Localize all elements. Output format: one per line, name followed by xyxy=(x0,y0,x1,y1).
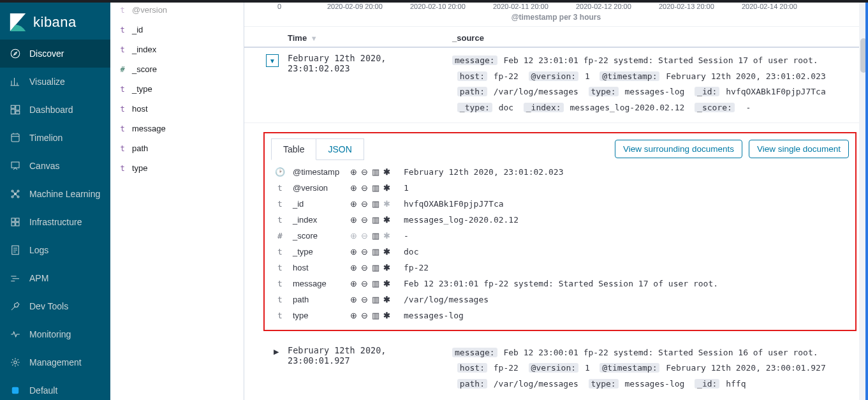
toggle-column-icon[interactable]: ▥ xyxy=(372,167,379,177)
filter-for-value-icon[interactable]: ⊕ xyxy=(350,199,357,209)
field-row[interactable]: # _score xyxy=(110,59,244,79)
tab-table[interactable]: Table xyxy=(271,138,316,160)
filter-out-value-icon[interactable]: ⊖ xyxy=(361,167,368,177)
filter-for-value-icon[interactable]: ⊕ xyxy=(350,311,357,320)
filter-for-value-icon[interactable]: ⊕ xyxy=(350,215,357,225)
field-row[interactable]: t type xyxy=(110,158,244,178)
filter-exists-icon[interactable]: ✱ xyxy=(383,231,390,241)
nav-monitoring[interactable]: Monitoring xyxy=(0,320,110,348)
field-type-number-icon: # xyxy=(118,65,127,74)
nav-label: Default xyxy=(29,385,57,396)
kibana-logo-icon xyxy=(9,13,27,32)
nav-label: Management xyxy=(29,357,82,367)
filter-for-value-icon[interactable]: ⊕ xyxy=(350,263,357,272)
filter-exists-icon[interactable]: ✱ xyxy=(383,311,390,320)
nav-visualize[interactable]: Visualize xyxy=(0,68,110,96)
filter-for-value-icon[interactable]: ⊕ xyxy=(350,295,357,304)
nav-logs[interactable]: Logs xyxy=(0,236,110,264)
kv-key: _index: xyxy=(524,103,564,112)
toggle-column-icon[interactable]: ▥ xyxy=(372,231,379,241)
filter-exists-icon[interactable]: ✱ xyxy=(383,263,390,272)
field-type-icon: 🕑 xyxy=(271,164,289,180)
view-surrounding-button[interactable]: View surrounding documents xyxy=(615,140,742,158)
nav-discover[interactable]: Discover xyxy=(0,40,110,68)
filter-out-value-icon[interactable]: ⊖ xyxy=(361,311,368,320)
filter-out-value-icon[interactable]: ⊖ xyxy=(361,247,368,256)
filter-out-value-icon[interactable]: ⊖ xyxy=(361,295,368,304)
nav-label: Monitoring xyxy=(29,329,71,339)
kv-key: _id: xyxy=(695,379,719,389)
filter-exists-icon[interactable]: ✱ xyxy=(383,167,390,177)
axis-tick: 2020-02-12 20:00 xyxy=(576,3,631,10)
filter-out-value-icon[interactable]: ⊖ xyxy=(361,199,368,209)
field-actions: ⊕⊖▥✱ xyxy=(346,180,400,196)
field-table-row: t_index⊕⊖▥✱messages_log-2020.02.12 xyxy=(271,212,849,228)
filter-for-value-icon[interactable]: ⊕ xyxy=(350,279,357,288)
nav-apm[interactable]: APM xyxy=(0,264,110,292)
filter-exists-icon[interactable]: ✱ xyxy=(383,199,390,209)
nav-ml[interactable]: Machine Learning xyxy=(0,180,110,208)
column-time[interactable]: Time ▼ xyxy=(288,33,452,43)
timelion-icon xyxy=(9,131,22,144)
toggle-column-icon[interactable]: ▥ xyxy=(372,215,379,225)
svg-rect-14 xyxy=(11,223,15,226)
infrastructure-icon xyxy=(9,216,22,228)
field-row[interactable]: t _index xyxy=(110,40,244,59)
field-row[interactable]: t @version xyxy=(110,0,244,20)
field-name: _index xyxy=(132,45,236,54)
filter-exists-icon[interactable]: ✱ xyxy=(383,183,390,193)
svg-rect-5 xyxy=(11,134,19,142)
field-table-row: tmessage⊕⊖▥✱Feb 12 23:01:01 fp-22 system… xyxy=(271,276,849,292)
kv-val: Feb 12 23:01:01 fp-22 systemd: Started S… xyxy=(503,56,818,65)
toggle-column-icon[interactable]: ▥ xyxy=(372,183,379,193)
expand-row-button[interactable]: ▶ xyxy=(274,346,279,356)
kv-val: /var/log/messages xyxy=(494,379,578,389)
doc-field-table: 🕑@timestamp⊕⊖▥✱February 12th 2020, 23:01… xyxy=(271,164,849,323)
filter-for-value-icon[interactable]: ⊕ xyxy=(350,183,357,193)
filter-out-value-icon[interactable]: ⊖ xyxy=(361,231,368,241)
field-type-icon: # xyxy=(271,228,289,244)
filter-out-value-icon[interactable]: ⊖ xyxy=(361,183,368,193)
tab-json[interactable]: JSON xyxy=(316,138,364,160)
kibana-logo[interactable]: kibana xyxy=(0,0,110,40)
filter-out-value-icon[interactable]: ⊖ xyxy=(361,279,368,288)
nav-devtools[interactable]: Dev Tools xyxy=(0,292,110,320)
svg-point-17 xyxy=(14,361,17,364)
field-type-icon: t xyxy=(271,260,289,276)
filter-for-value-icon[interactable]: ⊕ xyxy=(350,231,357,241)
field-name: host xyxy=(132,104,236,114)
field-value: /var/log/messages xyxy=(400,292,849,307)
column-source[interactable]: _source xyxy=(452,33,868,43)
toggle-column-icon[interactable]: ▥ xyxy=(372,279,379,288)
svg-rect-1 xyxy=(11,105,15,108)
filter-out-value-icon[interactable]: ⊖ xyxy=(361,263,368,272)
filter-exists-icon[interactable]: ✱ xyxy=(383,279,390,288)
nav-canvas[interactable]: Canvas xyxy=(0,152,110,180)
toggle-column-icon[interactable]: ▥ xyxy=(372,247,379,256)
filter-exists-icon[interactable]: ✱ xyxy=(383,215,390,225)
collapse-row-button[interactable]: ▼ xyxy=(266,54,279,67)
toggle-column-icon[interactable]: ▥ xyxy=(372,263,379,272)
kv-key: _id: xyxy=(695,87,719,96)
toggle-column-icon[interactable]: ▥ xyxy=(372,295,379,304)
view-single-button[interactable]: View single document xyxy=(749,140,849,158)
nav-timelion[interactable]: Timelion xyxy=(0,124,110,152)
field-row[interactable]: t _type xyxy=(110,79,244,99)
field-row[interactable]: t message xyxy=(110,119,244,138)
nav-infrastructure[interactable]: Infrastructure xyxy=(0,208,110,236)
filter-for-value-icon[interactable]: ⊕ xyxy=(350,247,357,256)
filter-for-value-icon[interactable]: ⊕ xyxy=(350,167,357,177)
toggle-column-icon[interactable]: ▥ xyxy=(372,311,379,320)
nav-default[interactable]: Default xyxy=(0,376,110,400)
filter-exists-icon[interactable]: ✱ xyxy=(383,295,390,304)
field-row[interactable]: t _id xyxy=(110,20,244,40)
nav-dashboard[interactable]: Dashboard xyxy=(0,96,110,124)
nav-management[interactable]: Management xyxy=(0,348,110,376)
field-row[interactable]: t path xyxy=(110,138,244,158)
filter-out-value-icon[interactable]: ⊖ xyxy=(361,215,368,225)
field-name: host xyxy=(289,260,346,276)
field-row[interactable]: t host xyxy=(110,99,244,119)
svg-rect-18 xyxy=(12,387,19,394)
filter-exists-icon[interactable]: ✱ xyxy=(383,247,390,256)
toggle-column-icon[interactable]: ▥ xyxy=(372,199,379,209)
